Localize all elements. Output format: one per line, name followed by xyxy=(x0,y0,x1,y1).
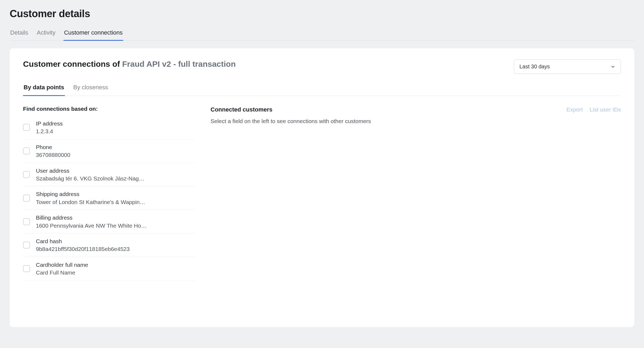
connected-helper-text: Select a field on the left to see connec… xyxy=(211,118,621,124)
data-point-value: 1600 Pennsylvania Ave NW The White Ho… xyxy=(36,222,194,229)
list-item-text: Cardholder full name Card Full Name xyxy=(36,261,194,277)
data-point-value: Tower of London St Katharine's & Wappin… xyxy=(36,198,194,206)
data-point-value: Card Full Name xyxy=(36,269,194,276)
connections-card: Customer connections of Fraud API v2 - f… xyxy=(10,48,634,327)
card-title: Customer connections of Fraud API v2 - f… xyxy=(23,60,236,69)
list-item[interactable]: Card hash 9b8a421bff5f30d20f118185eb6e45… xyxy=(23,234,194,257)
list-item[interactable]: Cardholder full name Card Full Name xyxy=(23,257,194,281)
list-item-text: Phone 36708880000 xyxy=(36,143,194,159)
list-item-text: Billing address 1600 Pennsylvania Ave NW… xyxy=(36,214,194,229)
list-item[interactable]: IP address 1.2.3.4 xyxy=(23,116,194,139)
subtab-by-data-points[interactable]: By data points xyxy=(23,81,65,96)
checkbox-phone[interactable] xyxy=(23,147,30,154)
date-range-label: Last 30 days xyxy=(519,64,550,70)
data-point-value: 1.2.3.4 xyxy=(36,127,194,135)
list-item[interactable]: Phone 36708880000 xyxy=(23,139,194,163)
list-item-text: User address Szabadság tér 6. VKG Szolno… xyxy=(36,167,194,183)
data-point-title: Card hash xyxy=(36,237,194,245)
data-point-value: 36708880000 xyxy=(36,151,194,159)
content-columns: Find connections based on: IP address 1.… xyxy=(23,96,621,280)
connected-title: Connected customers xyxy=(211,106,272,113)
data-point-title: Cardholder full name xyxy=(36,261,194,269)
list-item[interactable]: Shipping address Tower of London St Kath… xyxy=(23,186,194,210)
data-point-value: 9b8a421bff5f30d20f118185eb6e4523 xyxy=(36,245,194,253)
list-item[interactable]: User address Szabadság tér 6. VKG Szolno… xyxy=(23,163,194,187)
tab-details[interactable]: Details xyxy=(10,27,29,41)
checkbox-cardholder-name[interactable] xyxy=(23,265,30,272)
list-item-text: Card hash 9b8a421bff5f30d20f118185eb6e45… xyxy=(36,237,194,253)
list-user-ids-button[interactable]: List user IDs xyxy=(590,106,621,113)
data-point-title: Phone xyxy=(36,143,194,151)
top-tabs: Details Activity Customer connections xyxy=(10,27,634,41)
checkbox-card-hash[interactable] xyxy=(23,242,30,249)
chevron-down-icon xyxy=(611,64,615,69)
list-item[interactable]: Billing address 1600 Pennsylvania Ave NW… xyxy=(23,210,194,234)
checkbox-user-address[interactable] xyxy=(23,171,30,178)
find-connections-label: Find connections based on: xyxy=(23,106,194,112)
export-button[interactable]: Export xyxy=(567,106,583,113)
checkbox-billing-address[interactable] xyxy=(23,218,30,225)
data-point-title: Shipping address xyxy=(36,190,194,198)
subtab-by-closeness[interactable]: By closeness xyxy=(73,81,109,96)
checkbox-shipping-address[interactable] xyxy=(23,195,30,202)
page-title: Customer details xyxy=(10,8,634,20)
list-item-text: IP address 1.2.3.4 xyxy=(36,120,194,135)
card-title-entity: Fraud API v2 - full transaction xyxy=(122,60,236,68)
checkbox-ip-address[interactable] xyxy=(23,124,30,131)
card-title-prefix: Customer connections of xyxy=(23,60,122,68)
card-header: Customer connections of Fraud API v2 - f… xyxy=(23,60,621,74)
tab-customer-connections[interactable]: Customer connections xyxy=(63,27,123,41)
connected-actions: Export List user IDs xyxy=(567,106,621,113)
connected-customers-column: Connected customers Export List user IDs… xyxy=(211,106,621,280)
list-item-text: Shipping address Tower of London St Kath… xyxy=(36,190,194,206)
tab-activity[interactable]: Activity xyxy=(36,27,56,41)
sub-tabs: By data points By closeness xyxy=(23,81,621,96)
data-point-title: User address xyxy=(36,167,194,175)
data-point-title: Billing address xyxy=(36,214,194,221)
connected-header: Connected customers Export List user IDs xyxy=(211,106,621,113)
date-range-select[interactable]: Last 30 days xyxy=(514,60,621,74)
data-point-title: IP address xyxy=(36,120,194,127)
data-points-column: Find connections based on: IP address 1.… xyxy=(23,106,194,280)
data-point-value: Szabadság tér 6. VKG Szolnok Jász-Nag… xyxy=(36,175,194,182)
